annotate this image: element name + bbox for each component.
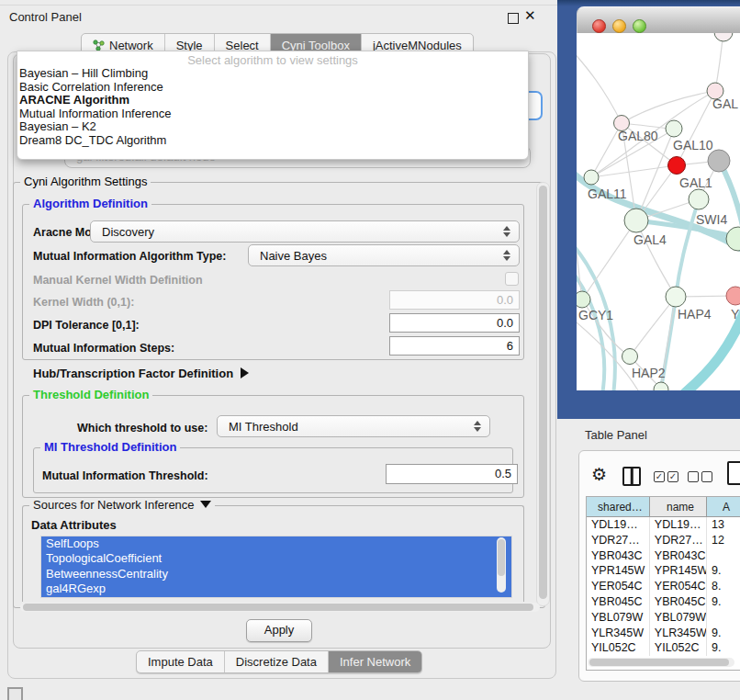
table-cell: YPR145W [587, 563, 649, 579]
select-all-check-icon[interactable]: ✓ [654, 471, 665, 482]
node-label-gal: GAL [712, 96, 738, 111]
network-graph: GALGAL80GAL10GAL11GAL1SWI4GAL4GCY1HAP4YH… [577, 33, 740, 390]
mi-steps-field[interactable]: 6 [389, 336, 520, 356]
stepper-arrows-icon [469, 421, 489, 432]
mi-threshold-label: Mutual Information Threshold: [42, 469, 208, 482]
split-view-icon[interactable] [622, 467, 641, 486]
tab-discretize-data[interactable]: Discretize Data [225, 651, 329, 672]
close-panel-icon[interactable]: ✕ [524, 7, 536, 24]
table-cell: 9. [706, 626, 740, 641]
apply-button[interactable]: Apply [246, 619, 312, 642]
algorithm-option[interactable]: Bayesian – K2 [17, 120, 528, 134]
aracne-mode-combobox[interactable]: Discovery [90, 220, 520, 243]
network-edge[interactable] [582, 220, 636, 299]
column-header-2[interactable]: name [649, 497, 706, 517]
sources-group-title[interactable]: Sources for Network Inference [29, 498, 215, 512]
network-edge[interactable] [591, 165, 677, 177]
node-label-swi4: SWI4 [696, 212, 727, 227]
table-cell: YIL052C [587, 640, 649, 656]
table-horizontal-scrollbar[interactable] [588, 658, 734, 667]
threshold-definition-title: Threshold Definition [29, 388, 152, 401]
algorithm-option[interactable]: Basic Correlation Inference [17, 81, 528, 95]
node-gal1[interactable] [689, 189, 709, 209]
kernel-width-field: 0.0 [389, 290, 520, 310]
node-gray[interactable] [708, 150, 730, 172]
sources-horizontal-scrollbar[interactable] [20, 603, 540, 612]
algorithm-option[interactable]: Bayesian – Hill Climbing [17, 67, 528, 81]
dpi-tolerance-field[interactable]: 0.0 [389, 313, 520, 333]
node-hap4[interactable] [666, 287, 686, 307]
mi-type-label: Mutual Information Algorithm Type: [33, 250, 226, 263]
manual-kernel-checkbox[interactable] [505, 272, 519, 286]
network-window-titlebar[interactable] [577, 6, 740, 35]
deselect-all-box-icon[interactable] [688, 471, 699, 482]
table-cell: 9. [706, 594, 740, 610]
algorithm-option[interactable]: Dream8 DC_TDC Algorithm [17, 134, 528, 148]
attribute-item[interactable]: TopologicalCoefficient [41, 551, 511, 566]
new-table-page-icon[interactable] [727, 461, 740, 485]
close-window-button[interactable] [592, 19, 606, 33]
attribute-item[interactable]: BetweennessCentrality [41, 567, 511, 581]
gear-icon[interactable]: ⚙ [591, 464, 607, 485]
node-gal4[interactable] [624, 209, 648, 232]
tab-impute-data[interactable]: Impute Data [137, 651, 225, 672]
collapsed-panel-icon[interactable] [7, 687, 23, 700]
table-row[interactable]: YDL19…YDL19…13 [587, 517, 740, 533]
data-attributes-list[interactable]: SelfLoopsTopologicalCoefficientBetweenne… [40, 536, 512, 598]
attribute-item[interactable]: gal4RGexp [41, 581, 511, 596]
deselect-all-box-icon[interactable] [701, 471, 712, 482]
table-cell: 13 [706, 517, 740, 533]
network-view-canvas[interactable]: GALGAL80GAL10GAL11GAL1SWI4GAL4GCY1HAP4YH… [577, 33, 740, 390]
mi-threshold-group-title: MI Threshold Definition [40, 440, 180, 454]
node-unlabeled-top[interactable] [714, 33, 733, 41]
data-attributes-label: Data Attributes [31, 518, 117, 532]
table-cell [706, 548, 740, 564]
network-edge[interactable] [715, 33, 723, 91]
minimize-window-button[interactable] [612, 19, 626, 33]
table-header-row: shared…nameA [587, 497, 740, 517]
mi-type-combobox[interactable]: Naive Bayes [248, 244, 520, 266]
table-cell: YDL19… [587, 517, 649, 533]
table-row[interactable]: YBR045CYBR045C9. [587, 594, 740, 610]
attributes-scrollbar[interactable] [497, 537, 506, 593]
network-edge[interactable] [577, 50, 622, 123]
table-row[interactable]: YDR27…YDR27…12 [587, 533, 740, 548]
node-label-gal4: GAL4 [633, 232, 667, 247]
column-header-3[interactable]: A [706, 497, 740, 517]
table-row[interactable]: YLR345WYLR345W9. [587, 626, 740, 641]
float-panel-icon[interactable] [508, 13, 519, 24]
table-row[interactable]: YBL079WYBL079W [587, 610, 740, 626]
table-row[interactable]: YPR145WYPR145W9. [587, 563, 740, 579]
node-gcy1[interactable] [577, 291, 590, 308]
settings-scrollbar[interactable] [536, 182, 550, 606]
node-gal11[interactable] [584, 170, 599, 185]
which-threshold-value: MI Threshold [218, 420, 469, 434]
tab-infer-network[interactable]: Infer Network [329, 651, 421, 672]
node-label-y: Y [731, 307, 740, 322]
hub-definition-toggle[interactable]: Hub/Transcription Factor Definition [33, 367, 249, 380]
node-salmon[interactable] [726, 287, 740, 305]
node-red[interactable] [668, 157, 686, 175]
node-gal10[interactable] [666, 120, 682, 137]
mi-threshold-field[interactable]: 0.5 [386, 464, 518, 484]
node-right-green[interactable] [726, 227, 740, 251]
tab-label: Discretize Data [236, 655, 317, 669]
table-row[interactable]: YIL052CYIL052C9. [587, 640, 740, 656]
mi-type-value: Naive Bayes [249, 249, 499, 263]
which-threshold-combobox[interactable]: MI Threshold [217, 415, 490, 437]
table-cell: 9. [706, 563, 740, 579]
algorithm-option[interactable]: ARACNE Algorithm [17, 94, 528, 107]
attribute-item[interactable]: SelfLoops [41, 536, 511, 551]
node-hap2[interactable] [622, 349, 638, 365]
cyni-bottom-tabbar: Impute DataDiscretize DataInfer Network [136, 650, 422, 673]
node-attribute-table[interactable]: shared…nameAYDL19…YDL19…13YDR27…YDR27…12… [586, 496, 740, 671]
table-row[interactable]: YBR043CYBR043C [587, 548, 740, 564]
node-label-gcy1: GCY1 [578, 308, 613, 322]
column-header-1[interactable]: shared… [587, 497, 649, 517]
select-all-check-icon[interactable]: ✓ [667, 471, 678, 482]
algorithm-option[interactable]: Mutual Information Inference [17, 107, 528, 121]
node-label-gal80: GAL80 [618, 129, 658, 143]
zoom-window-button[interactable] [633, 19, 646, 33]
kernel-width-label: Kernel Width (0,1): [33, 296, 134, 309]
table-row[interactable]: YER054CYER054C8. [587, 579, 740, 594]
